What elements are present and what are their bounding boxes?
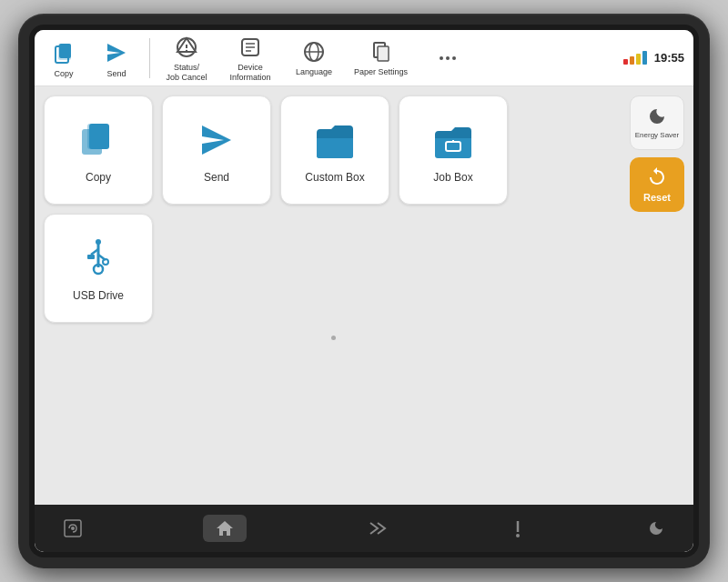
header: Copy Send: [35, 30, 693, 86]
status-icon: [173, 34, 200, 61]
apps-row-2: USB Drive: [44, 214, 622, 323]
copy-header-icon: [49, 38, 78, 67]
main-area: Copy Send: [35, 86, 693, 505]
moon-icon: [646, 105, 668, 127]
custom-box-tile-icon: [311, 116, 359, 164]
status-action[interactable]: Status/ Job Cancel: [163, 34, 210, 83]
usb-drive-tile-label: USB Drive: [73, 289, 124, 302]
svg-point-7: [186, 50, 187, 52]
paper-settings-label: Paper Settings: [354, 67, 408, 77]
signal-bar-3: [636, 54, 641, 65]
apps-grid: Copy Send: [44, 95, 622, 496]
svg-point-19: [452, 56, 456, 60]
more-icon: [434, 45, 461, 72]
reset-label: Reset: [643, 192, 671, 203]
paper-settings-icon: [368, 38, 395, 65]
screen: Copy Send: [35, 30, 693, 552]
send-tile-icon: [193, 116, 240, 164]
custom-box-tile-label: Custom Box: [305, 171, 364, 184]
header-actions: Status/ Job Cancel Device Infor: [150, 34, 623, 83]
copy-tile[interactable]: Copy: [44, 95, 153, 205]
send-tile-label: Send: [204, 171, 229, 184]
energy-saver-label: Energy Saver: [635, 131, 679, 140]
page-indicator: [44, 332, 622, 344]
header-right: 19:55: [623, 51, 684, 65]
svg-rect-16: [378, 46, 389, 61]
send-tile[interactable]: Send: [162, 95, 271, 205]
forward-icon[interactable]: [366, 517, 389, 539]
custom-box-tile[interactable]: Custom Box: [280, 95, 389, 205]
header-send-label: Send: [106, 69, 126, 78]
svg-point-18: [446, 56, 450, 60]
job-box-tile-label: Job Box: [433, 171, 472, 184]
side-buttons: Energy Saver Reset: [630, 95, 684, 496]
language-action[interactable]: Language: [290, 38, 338, 77]
home-icon: [215, 518, 235, 538]
usb-drive-tile[interactable]: USB Drive: [44, 214, 153, 323]
job-box-tile[interactable]: Job Box: [399, 95, 508, 205]
svg-marker-39: [217, 521, 233, 536]
reset-icon: [646, 166, 668, 188]
sleep-icon[interactable]: [646, 518, 666, 538]
language-icon: [300, 38, 328, 65]
page-dot: [331, 336, 336, 340]
svg-marker-23: [202, 125, 231, 155]
paper-settings-action[interactable]: Paper Settings: [354, 38, 408, 77]
header-shortcuts: Copy Send: [44, 38, 150, 78]
svg-rect-34: [87, 255, 95, 259]
signal-bars: [623, 51, 647, 65]
svg-marker-3: [107, 44, 126, 62]
usb-drive-tile-icon: [75, 235, 122, 282]
copy-tile-label: Copy: [86, 171, 111, 184]
bottom-bar: [35, 505, 693, 552]
apps-row-1: Copy Send: [44, 95, 622, 205]
language-label: Language: [296, 67, 332, 77]
alert-icon: [509, 517, 527, 539]
signal-bar-1: [623, 59, 628, 65]
svg-point-36: [103, 259, 108, 265]
svg-point-38: [71, 527, 75, 530]
header-copy-shortcut[interactable]: Copy: [44, 38, 84, 78]
device-info-action[interactable]: Device Information: [227, 34, 274, 83]
energy-saver-button[interactable]: Energy Saver: [630, 95, 684, 150]
more-action[interactable]: [424, 45, 471, 72]
screen-bezel: Copy Send: [29, 25, 699, 557]
device-frame: Copy Send: [18, 14, 710, 568]
svg-point-17: [440, 56, 443, 60]
signal-bar-4: [642, 51, 647, 65]
send-header-icon: [102, 38, 131, 67]
signal-bar-2: [630, 56, 634, 65]
home-button[interactable]: [203, 515, 247, 542]
reset-button[interactable]: Reset: [630, 157, 684, 212]
header-copy-label: Copy: [54, 69, 73, 78]
svg-point-41: [516, 534, 520, 537]
copy-tile-icon: [75, 116, 122, 164]
nfc-icon: [62, 517, 84, 539]
job-box-tile-icon: [430, 116, 477, 164]
status-label: Status/ Job Cancel: [166, 63, 207, 83]
header-send-shortcut[interactable]: Send: [96, 38, 136, 78]
svg-rect-22: [89, 124, 109, 149]
device-info-icon: [237, 34, 264, 61]
device-info-label: Device Information: [229, 63, 270, 83]
svg-rect-2: [59, 44, 71, 58]
time-display: 19:55: [654, 51, 684, 65]
svg-point-32: [96, 239, 101, 245]
